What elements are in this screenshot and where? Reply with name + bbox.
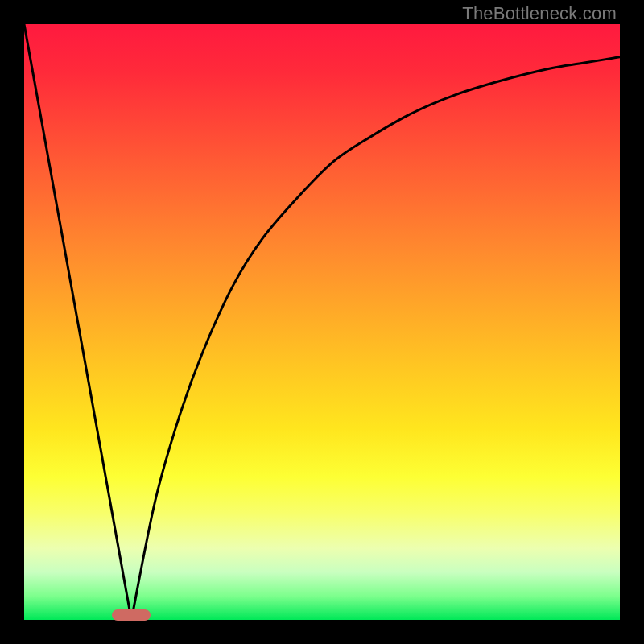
right-curve bbox=[131, 57, 620, 620]
plot-area bbox=[24, 24, 620, 620]
left-line bbox=[24, 24, 131, 620]
bottleneck-marker bbox=[112, 609, 151, 621]
watermark-text: TheBottleneck.com bbox=[462, 3, 617, 24]
chart-frame: TheBottleneck.com bbox=[0, 0, 644, 644]
curve-layer bbox=[24, 24, 620, 620]
